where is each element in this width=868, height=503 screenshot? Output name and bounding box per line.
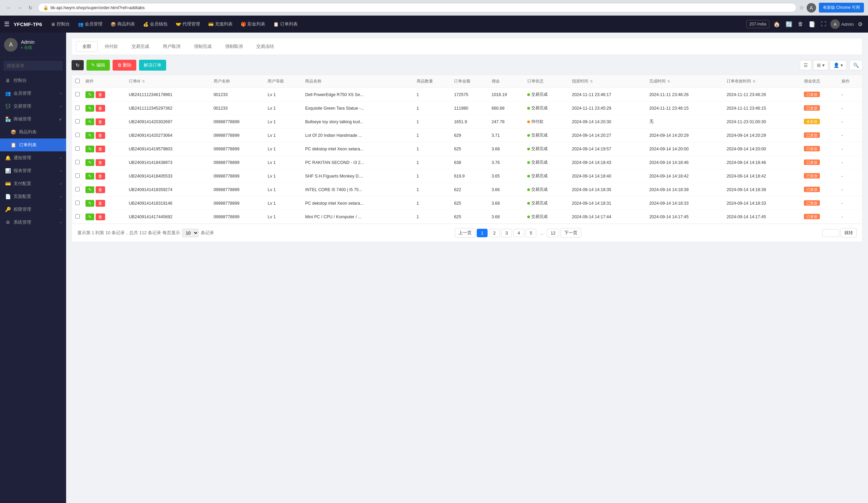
sidebar-item-system[interactable]: ⚙ 系统管理 ›	[0, 216, 66, 229]
sidebar-item-notifications[interactable]: 🔔 通知管理 ›	[0, 151, 66, 164]
grid-view-button[interactable]: ⊞ ▾	[813, 60, 828, 70]
settings-icon[interactable]: ⚙	[857, 20, 864, 29]
sidebar-item-pages[interactable]: 📄 页面配置 ›	[0, 190, 66, 203]
region-badge[interactable]: 207-India	[746, 20, 769, 28]
list-view-button[interactable]: ☰	[800, 60, 812, 70]
edit-button[interactable]: ✎ 编辑	[86, 60, 110, 71]
row-checkbox[interactable]	[72, 169, 83, 183]
row-delete-button[interactable]: 🗑	[96, 132, 105, 139]
row-checkbox[interactable]	[72, 115, 83, 129]
row-delete-button[interactable]: 🗑	[96, 213, 105, 220]
tab-all[interactable]: 全部	[76, 41, 98, 52]
delete-tab-icon[interactable]: 🗑	[796, 20, 805, 29]
page-4-button[interactable]: 4	[513, 229, 524, 237]
nav-item-wallet[interactable]: 💰 会员钱包	[140, 18, 171, 30]
row-edit-button[interactable]: ✎	[85, 213, 94, 220]
row-commission: 3.68	[489, 197, 525, 210]
page-1-button[interactable]: 1	[477, 229, 488, 237]
address-bar[interactable]: 🔒 tik-api.hwym.shop/super/order.html?ref…	[38, 3, 796, 12]
sidebar-item-transactions[interactable]: 💱 交易管理 ›	[0, 100, 66, 113]
tab-completed[interactable]: 交易完成	[125, 41, 156, 52]
nav-item-members[interactable]: 👥 会员管理	[75, 18, 106, 30]
refresh-icon[interactable]: 🔄	[784, 20, 794, 29]
delete-button[interactable]: 🗑 删除	[113, 60, 137, 71]
tab-frozen[interactable]: 交易冻结	[250, 41, 280, 52]
tab-pending[interactable]: 待付款	[98, 41, 124, 52]
row-edit-button[interactable]: ✎	[85, 159, 94, 166]
row-delete-button[interactable]: 🗑	[96, 173, 105, 180]
reload-button[interactable]: ↻	[26, 3, 35, 12]
page-3-button[interactable]: 3	[501, 229, 512, 237]
row-checkbox[interactable]	[72, 129, 83, 142]
page-jump-input[interactable]	[822, 229, 839, 237]
row-delete-button[interactable]: 🗑	[96, 91, 105, 98]
top-navigation: ☰ YFCMF-TP6 🖥 控制台 👥 会员管理 📦 商品列表 💰 会员钱包 🤝…	[0, 16, 868, 33]
tab-force-complete[interactable]: 强制完成	[187, 41, 218, 52]
nav-item-products[interactable]: 📦 商品列表	[107, 18, 138, 30]
select-all-checkbox-header[interactable]	[72, 75, 83, 88]
page-jump-button[interactable]: 就转	[840, 228, 857, 238]
nav-item-agents[interactable]: 🤝 代理管理	[172, 18, 204, 30]
row-delete-button[interactable]: 🗑	[96, 119, 105, 125]
nav-item-dashboard[interactable]: 🖥 控制台	[48, 18, 73, 30]
col-complete-time[interactable]: 完成时间 ⇅	[647, 75, 724, 88]
col-valid-time[interactable]: 订单有效时间 ⇅	[724, 75, 801, 88]
row-edit-button[interactable]: ✎	[85, 186, 94, 193]
tab-force-cancel[interactable]: 强制取消	[219, 41, 249, 52]
sidebar-item-payment[interactable]: 💳 支付配置 ›	[0, 177, 66, 190]
row-checkbox[interactable]	[72, 210, 83, 224]
user-view-button[interactable]: 👤 ▾	[830, 60, 847, 70]
row-edit-button[interactable]: ✎	[85, 105, 94, 112]
row-product-name: PC dekstop intel Xeon setara...	[302, 197, 414, 210]
bookmark-icon[interactable]: ☆	[799, 4, 804, 11]
home-icon[interactable]: 🏠	[772, 20, 782, 29]
hamburger-icon[interactable]: ☰	[4, 20, 10, 28]
new-tab-icon[interactable]: 📑	[807, 20, 817, 29]
row-edit-button[interactable]: ✎	[85, 91, 94, 98]
page-5-button[interactable]: 5	[526, 229, 536, 237]
fullscreen-icon[interactable]: ⛶	[819, 20, 828, 29]
row-delete-button[interactable]: 🗑	[96, 105, 105, 112]
back-button[interactable]: ←	[4, 3, 13, 12]
page-2-button[interactable]: 2	[489, 229, 500, 237]
col-order-id[interactable]: 订单id ⇅	[126, 75, 211, 88]
row-delete-button[interactable]: 🗑	[96, 159, 105, 166]
row-delete-button[interactable]: 🗑	[96, 145, 105, 152]
next-page-button[interactable]: 下一页	[560, 228, 581, 238]
sidebar-item-reports[interactable]: 📊 报表管理 ›	[0, 164, 66, 177]
chrome-update-button[interactable]: 有新版 Chrome 可用	[819, 3, 864, 12]
forward-button[interactable]: →	[15, 3, 24, 12]
row-delete-button[interactable]: 🗑	[96, 186, 105, 193]
row-delete-button[interactable]: 🗑	[96, 200, 105, 207]
browser-profile-icon[interactable]: A	[807, 3, 816, 12]
sidebar-item-product-list[interactable]: 📦 商品列表	[0, 125, 66, 139]
row-edit-button[interactable]: ✎	[85, 145, 94, 152]
page-12-button[interactable]: 12	[547, 229, 559, 237]
row-edit-button[interactable]: ✎	[85, 200, 94, 207]
row-edit-button[interactable]: ✎	[85, 173, 94, 180]
sidebar-item-order-list[interactable]: 📋 订单列表	[0, 139, 66, 151]
row-edit-button[interactable]: ✎	[85, 132, 94, 139]
row-checkbox[interactable]	[72, 142, 83, 156]
search-input[interactable]	[3, 61, 63, 71]
row-checkbox[interactable]	[72, 156, 83, 169]
unfreeze-button[interactable]: 解冻订单	[139, 60, 166, 71]
prev-page-button[interactable]: 上一页	[455, 228, 475, 238]
row-checkbox[interactable]	[72, 101, 83, 115]
row-edit-button[interactable]: ✎	[85, 119, 94, 125]
sidebar-item-dashboard[interactable]: 🖥 控制台	[0, 74, 66, 87]
row-checkbox[interactable]	[72, 88, 83, 101]
refresh-button[interactable]: ↻	[72, 60, 84, 70]
nav-item-bonus[interactable]: 🎁 彩金列表	[237, 18, 269, 30]
sidebar-item-members[interactable]: 👥 会员管理 ›	[0, 87, 66, 100]
search-button[interactable]: 🔍	[849, 60, 862, 70]
nav-item-orders[interactable]: 📋 订单列表	[270, 18, 301, 30]
page-size-select[interactable]: 10 20 50	[182, 229, 199, 237]
nav-item-recharge[interactable]: 💳 充值列表	[205, 18, 236, 30]
tab-user-cancelled[interactable]: 用户取消	[156, 41, 187, 52]
sidebar-item-permissions[interactable]: 🔑 权限管理 ›	[0, 203, 66, 216]
row-checkbox[interactable]	[72, 197, 83, 210]
row-checkbox[interactable]	[72, 183, 83, 197]
col-assign-time[interactable]: 指派时间 ⇅	[569, 75, 647, 88]
sidebar-item-shop[interactable]: 🏪 商城管理 ∨	[0, 113, 66, 125]
